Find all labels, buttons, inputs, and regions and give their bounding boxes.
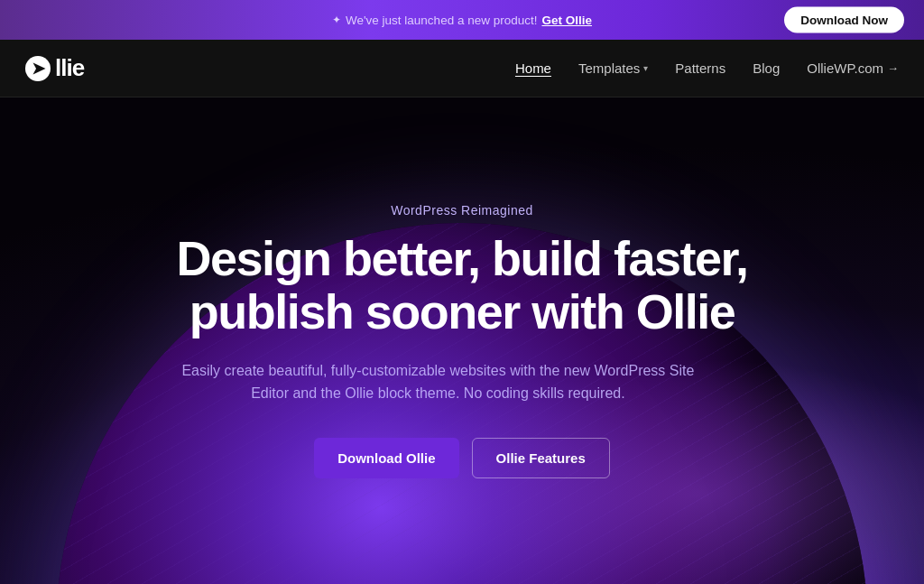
logo-text: llie bbox=[55, 54, 84, 82]
hero-title: Design better, build faster, publish soo… bbox=[176, 232, 747, 339]
hero-eyebrow: WordPress Reimagined bbox=[176, 203, 747, 218]
nav-olliewp[interactable]: OllieWP.com → bbox=[807, 60, 899, 76]
nav-patterns[interactable]: Patterns bbox=[675, 60, 725, 76]
ollie-features-button[interactable]: Ollie Features bbox=[472, 438, 610, 478]
external-link-icon: → bbox=[887, 61, 899, 75]
download-now-button[interactable]: Download Now bbox=[784, 7, 904, 33]
hero-section: WordPress Reimagined Design better, buil… bbox=[0, 97, 924, 584]
nav-links: Home Templates ▾ Patterns Blog OllieWP.c… bbox=[515, 60, 899, 76]
banner-message: ✦ We've just launched a new product! Get… bbox=[332, 14, 592, 27]
top-banner: ✦ We've just launched a new product! Get… bbox=[0, 0, 924, 40]
nav-home[interactable]: Home bbox=[515, 60, 551, 76]
nav-blog[interactable]: Blog bbox=[753, 60, 780, 76]
hero-buttons: Download Ollie Ollie Features bbox=[176, 438, 747, 478]
banner-text: We've just launched a new product! bbox=[346, 14, 537, 27]
hero-title-line1: Design better, build faster, bbox=[176, 231, 747, 285]
chevron-down-icon: ▾ bbox=[643, 63, 648, 73]
banner-link[interactable]: Get Ollie bbox=[541, 14, 592, 27]
hero-content: WordPress Reimagined Design better, buil… bbox=[158, 203, 765, 478]
nav-templates[interactable]: Templates ▾ bbox=[578, 60, 648, 76]
sparkle-icon: ✦ bbox=[332, 14, 341, 26]
hero-subtitle: Easily create beautiful, fully-customiza… bbox=[176, 359, 699, 405]
hero-title-line2: publish sooner with Ollie bbox=[189, 284, 735, 338]
logo[interactable]: ➤ llie bbox=[25, 54, 84, 82]
navbar: ➤ llie Home Templates ▾ Patterns Blog Ol… bbox=[0, 40, 924, 97]
logo-icon: ➤ bbox=[25, 56, 51, 81]
download-ollie-button[interactable]: Download Ollie bbox=[314, 438, 458, 478]
